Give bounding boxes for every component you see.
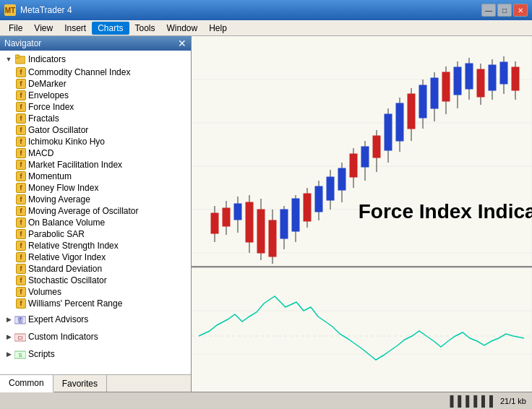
close-button[interactable]: ✕ (513, 4, 528, 17)
svg-rect-34 (292, 199, 299, 231)
menu-view[interactable]: View (28, 22, 59, 35)
svg-rect-30 (269, 220, 276, 257)
indicator-icon: f (16, 148, 26, 158)
status-bar: ▌▌▌▌▌▌ 21/1 kb (0, 392, 532, 409)
app-icon: MT (4, 4, 16, 16)
navigator-close-button[interactable]: ✕ (178, 38, 186, 48)
window-controls: — □ ✕ (481, 4, 528, 17)
list-item[interactable]: f Moving Average (0, 194, 191, 205)
indicator-icon: f (16, 137, 26, 147)
custom-indicators-section: ▶ CI Custom Indicators (0, 328, 191, 345)
indicator-icon: f (16, 125, 26, 135)
svg-rect-72 (512, 67, 519, 90)
svg-rect-54 (408, 94, 415, 129)
indicator-icon: f (16, 160, 26, 170)
list-item[interactable]: f Stochastic Oscillator (0, 275, 191, 286)
list-item[interactable]: f Williams' Percent Range (0, 298, 191, 309)
indicator-icon: f (16, 90, 26, 100)
svg-rect-38 (315, 186, 322, 212)
app-title: MetaTrader 4 (20, 5, 72, 15)
svg-rect-44 (350, 154, 357, 177)
scripts-header[interactable]: ▶ S Scripts (0, 347, 191, 361)
list-item[interactable]: f Parabolic SAR (0, 228, 191, 240)
status-indicator: ▌▌▌▌▌▌ 21/1 kb (450, 395, 526, 407)
indicator-icon: f (16, 287, 26, 297)
indicator-icon: f (16, 67, 26, 77)
scripts-folder-icon: S (14, 348, 26, 360)
list-item[interactable]: f Moving Average of Oscillator (0, 205, 191, 217)
title-bar: MT MetaTrader 4 — □ ✕ (0, 0, 532, 20)
list-item[interactable]: f Fractals (0, 113, 191, 124)
indicator-icon: f (16, 102, 26, 112)
list-item[interactable]: f Volumes (0, 286, 191, 298)
svg-rect-58 (431, 78, 438, 108)
list-item[interactable]: f Momentum (0, 171, 191, 182)
svg-rect-66 (477, 69, 484, 97)
indicators-section-header[interactable]: ▼ Indicators (0, 52, 191, 66)
indicator-icon: f (16, 275, 26, 285)
svg-rect-22 (223, 208, 230, 226)
svg-rect-50 (385, 114, 392, 150)
svg-rect-24 (234, 204, 241, 220)
indicator-icon: f (16, 183, 26, 193)
ea-folder-icon: EA (14, 314, 26, 325)
svg-rect-42 (338, 168, 346, 190)
tab-common[interactable]: Common (0, 375, 53, 392)
indicator-icon: f (16, 206, 26, 216)
svg-rect-60 (442, 72, 450, 101)
list-item-force-index[interactable]: f Force Index (0, 101, 191, 113)
custom-indicators-header[interactable]: ▶ CI Custom Indicators (0, 330, 191, 344)
navigator-title: Navigator (4, 38, 41, 48)
expand-ci-icon: ▶ (3, 331, 14, 343)
svg-text:EA: EA (17, 318, 24, 323)
expand-indicators-icon: ▼ (3, 53, 14, 65)
navigator-content[interactable]: ▼ Indicators f Commodity Channel Index (0, 51, 191, 374)
svg-rect-20 (211, 213, 218, 233)
menu-charts[interactable]: Charts (92, 22, 129, 35)
svg-rect-48 (373, 136, 380, 158)
list-item[interactable]: f DeMarker (0, 78, 191, 90)
indicator-icon: f (16, 264, 26, 274)
list-item[interactable]: f On Balance Volume (0, 217, 191, 228)
scripts-section: ▶ S Scripts (0, 345, 191, 363)
minimize-button[interactable]: — (481, 4, 496, 17)
navigator-header: Navigator ✕ (0, 36, 191, 51)
list-item-market-facilitation[interactable]: f Market Facilitation Index (0, 159, 191, 171)
list-item[interactable]: f Commodity Channel Index (0, 66, 191, 78)
menu-tools[interactable]: Tools (129, 22, 161, 35)
indicator-icon: f (16, 298, 26, 309)
tab-favorites[interactable]: Favorites (53, 375, 107, 392)
expert-advisors-header[interactable]: ▶ EA Expert Advisors (0, 312, 191, 327)
svg-rect-52 (396, 103, 403, 141)
chart-bars-icon: ▌▌▌▌▌▌ (450, 395, 497, 407)
menu-file[interactable]: File (3, 22, 28, 35)
list-item-rsi[interactable]: f Relative Strength Index (0, 240, 191, 251)
list-item[interactable]: f Envelopes (0, 90, 191, 101)
menu-window[interactable]: Window (161, 22, 204, 35)
main-area: Navigator ✕ ▼ Indicators (0, 36, 532, 392)
indicators-label: Indicators (28, 54, 66, 64)
indicator-icon: f (16, 79, 26, 89)
list-item-rvi[interactable]: f Relative Vigor Index (0, 251, 191, 263)
menu-help[interactable]: Help (203, 22, 233, 35)
navigator-panel: Navigator ✕ ▼ Indicators (0, 36, 192, 392)
scripts-label: Scripts (28, 349, 55, 359)
status-text: 21/1 kb (500, 397, 526, 405)
list-item[interactable]: f MACD (0, 147, 191, 159)
list-item-money-flow[interactable]: f Money Flow Index (0, 182, 191, 194)
chart-indicator-label: Force Index Indicator (359, 200, 532, 223)
svg-rect-68 (489, 65, 496, 90)
svg-rect-62 (454, 67, 461, 95)
indicator-icon: f (16, 241, 26, 251)
svg-text:CI: CI (18, 335, 23, 340)
maximize-button[interactable]: □ (497, 4, 512, 17)
list-item-std-dev[interactable]: f Standard Deviation (0, 263, 191, 275)
svg-rect-26 (246, 202, 253, 242)
svg-rect-64 (466, 64, 473, 89)
expand-ea-icon: ▶ (3, 314, 14, 325)
expand-scripts-icon: ▶ (3, 348, 14, 360)
list-item[interactable]: f Ichimoku Kinko Hyo (0, 136, 191, 147)
menu-insert[interactable]: Insert (59, 22, 92, 35)
list-item[interactable]: f Gator Oscillator (0, 124, 191, 136)
svg-rect-28 (257, 210, 265, 253)
